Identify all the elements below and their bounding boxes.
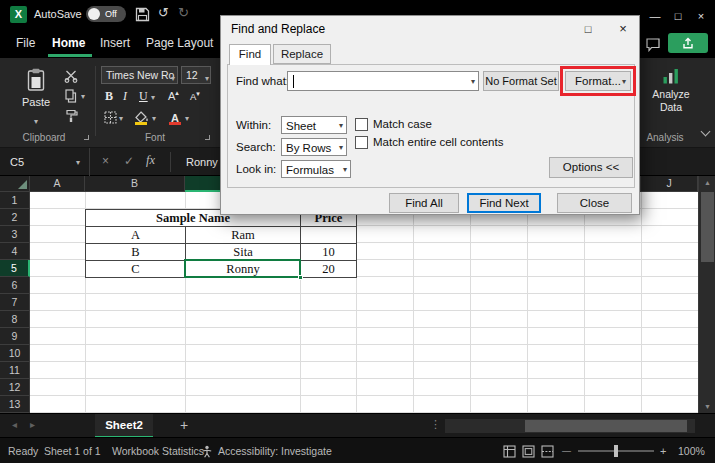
underline-dropdown-icon[interactable]: ▾ — [151, 93, 155, 102]
tab-insert[interactable]: Insert — [100, 28, 130, 58]
dialog-close-button[interactable]: × — [607, 17, 639, 41]
tab-page-layout[interactable]: Page Layout — [146, 28, 213, 58]
comments-button[interactable] — [644, 36, 662, 52]
vertical-scroll-thumb[interactable] — [701, 192, 714, 262]
scroll-down-icon[interactable]: ▼ — [704, 403, 711, 410]
view-normal-button[interactable] — [502, 444, 517, 458]
vertical-scrollbar[interactable]: ▲ ▼ — [698, 176, 715, 413]
add-sheet-button[interactable]: + — [180, 417, 188, 433]
undo-icon[interactable]: ↺ — [158, 5, 169, 20]
workbook-statistics-button[interactable]: Workbook Statistics — [112, 438, 204, 463]
dialog-tab-replace[interactable]: Replace — [273, 44, 331, 64]
formula-content[interactable]: Ronny — [186, 154, 218, 170]
share-button[interactable] — [668, 33, 708, 53]
window-close-button[interactable]: × — [691, 4, 711, 28]
cell-D4[interactable]: 10 — [301, 244, 357, 261]
row-header-5[interactable]: 5 — [0, 260, 30, 277]
row-header-9[interactable]: 9 — [0, 328, 30, 345]
match-entire-checkbox[interactable] — [355, 136, 368, 149]
column-header-B[interactable]: B — [85, 176, 185, 192]
row-header-6[interactable]: 6 — [0, 277, 30, 294]
font-color-dropdown-icon[interactable]: ▾ — [185, 114, 189, 123]
select-all-corner[interactable] — [0, 176, 30, 192]
column-header-A[interactable]: A — [30, 176, 85, 192]
fill-color-dropdown-icon[interactable]: ▾ — [152, 114, 156, 123]
sheet-nav-left-icon[interactable]: ◂ — [12, 419, 17, 430]
find-all-button[interactable]: Find All — [389, 193, 459, 213]
name-box-dropdown-icon[interactable]: ▾ — [76, 158, 80, 167]
row-header-3[interactable]: 3 — [0, 226, 30, 243]
cell-B3[interactable]: A — [86, 227, 186, 244]
within-dropdown-icon[interactable]: ▾ — [339, 117, 343, 133]
fill-handle[interactable] — [298, 275, 303, 280]
enter-entry-icon[interactable]: ✓ — [124, 154, 134, 168]
shrink-font-button[interactable]: A▾ — [190, 90, 200, 102]
cancel-entry-icon[interactable]: × — [102, 154, 109, 168]
save-button[interactable] — [134, 6, 150, 22]
name-box[interactable]: C5 ▾ — [0, 148, 90, 176]
cell-B4[interactable]: B — [86, 244, 186, 261]
copy-button[interactable] — [62, 88, 80, 104]
redo-icon[interactable]: ↻ — [178, 5, 189, 20]
window-maximize-button[interactable]: □ — [668, 4, 688, 28]
horizontal-scroll-thumb[interactable] — [525, 420, 687, 432]
find-what-input[interactable]: ▾ — [287, 71, 479, 91]
within-select[interactable]: Sheet ▾ — [281, 116, 347, 134]
row-header-10[interactable]: 10 — [0, 345, 30, 362]
dialog-maximize-button[interactable]: □ — [571, 17, 605, 41]
cell-B5[interactable]: C — [86, 261, 186, 278]
tabbar-splitter-icon[interactable]: ⋮ — [430, 418, 441, 431]
copy-dropdown-icon[interactable]: ▾ — [81, 92, 85, 101]
fill-color-button[interactable] — [134, 109, 150, 127]
scroll-up-icon[interactable]: ▲ — [704, 179, 711, 186]
dialog-tab-find[interactable]: Find — [229, 44, 271, 65]
grow-font-button[interactable]: A▴ — [168, 89, 179, 102]
view-page-layout-button[interactable] — [521, 444, 536, 458]
accessibility-status-button[interactable]: Accessibility: Investigate — [218, 438, 332, 463]
paste-button[interactable]: Paste ▾ — [14, 66, 58, 132]
sheet-nav-right-icon[interactable]: ▸ — [30, 419, 35, 430]
row-header-2[interactable]: 2 — [0, 209, 30, 226]
font-size-combo[interactable]: 12 ▾ — [181, 66, 211, 84]
italic-button[interactable]: I — [123, 89, 127, 104]
horizontal-scrollbar[interactable] — [445, 419, 695, 433]
search-dropdown-icon[interactable]: ▾ — [339, 139, 343, 155]
borders-button[interactable] — [103, 110, 118, 125]
close-button[interactable]: Close — [557, 193, 632, 213]
font-color-button[interactable]: A — [168, 108, 182, 126]
look-in-select[interactable]: Formulas ▾ — [281, 160, 351, 178]
zoom-slider-thumb[interactable] — [614, 445, 618, 457]
find-next-button[interactable]: Find Next — [467, 193, 541, 213]
autosave-toggle[interactable]: Off — [86, 6, 126, 22]
tab-file[interactable]: File — [16, 28, 35, 58]
font-name-combo[interactable]: Times New Ro ▾ — [101, 66, 178, 84]
format-painter-button[interactable] — [62, 108, 80, 124]
row-header-12[interactable]: 12 — [0, 379, 30, 396]
sheet-tab-sheet2[interactable]: Sheet2 — [95, 414, 153, 438]
cell-D3[interactable] — [301, 227, 357, 244]
zoom-out-button[interactable]: — — [562, 438, 571, 463]
insert-function-icon[interactable]: fx — [146, 153, 155, 168]
row-header-8[interactable]: 8 — [0, 311, 30, 328]
row-header-7[interactable]: 7 — [0, 294, 30, 311]
row-header-11[interactable]: 11 — [0, 362, 30, 379]
column-header-J[interactable]: J — [641, 176, 698, 192]
font-dialog-launcher-icon[interactable] — [205, 135, 210, 140]
zoom-in-button[interactable]: + — [660, 438, 666, 463]
window-minimize-button[interactable]: — — [645, 4, 665, 28]
clipboard-dialog-launcher-icon[interactable] — [84, 135, 89, 140]
cell-D5[interactable]: 20 — [301, 261, 357, 278]
match-case-checkbox[interactable] — [355, 118, 368, 131]
find-what-dropdown-icon[interactable]: ▾ — [471, 72, 475, 90]
row-header-1[interactable]: 1 — [0, 192, 30, 209]
underline-button[interactable]: U — [139, 89, 148, 104]
row-header-4[interactable]: 4 — [0, 243, 30, 260]
borders-dropdown-icon[interactable]: ▾ — [119, 114, 123, 123]
cut-button[interactable] — [62, 68, 80, 84]
zoom-level[interactable]: 100% — [678, 438, 705, 463]
cell-C3[interactable]: Ram — [186, 227, 301, 244]
row-header-13[interactable]: 13 — [0, 396, 30, 413]
search-select[interactable]: By Rows ▾ — [281, 138, 347, 156]
look-in-dropdown-icon[interactable]: ▾ — [343, 161, 347, 177]
options-button[interactable]: Options << — [549, 157, 633, 178]
